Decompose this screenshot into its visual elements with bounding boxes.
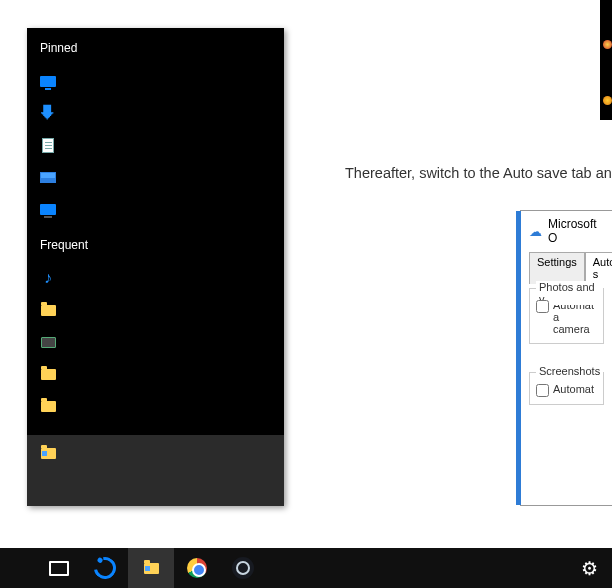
file-explorer-icon [143, 560, 159, 576]
music-icon: ♪ [40, 270, 56, 286]
download-arrow-icon: 🡇 [40, 105, 56, 121]
dialog-tabs: Settings Auto s [521, 251, 612, 283]
chrome-icon [187, 558, 207, 578]
checkbox-auto-screenshots-input[interactable] [536, 384, 549, 397]
task-view-icon [49, 561, 69, 576]
folder-icon [40, 302, 56, 318]
tray-icon[interactable] [603, 96, 612, 105]
jumplist-body: Pinned 🡇 Frequent ♪ [27, 28, 284, 435]
folder-icon [40, 366, 56, 382]
taskbar-right: ⚙ [566, 548, 612, 588]
settings-button[interactable]: ⚙ [566, 548, 612, 588]
task-view-button[interactable] [36, 548, 82, 588]
jumplist-section-pinned: Pinned [27, 28, 284, 65]
file-explorer-button[interactable] [128, 548, 174, 588]
edge-button[interactable] [82, 548, 128, 588]
jumplist-item[interactable] [27, 390, 284, 422]
edge-icon [90, 553, 121, 584]
onedrive-dialog: ☁ Microsoft O Settings Auto s Photos and… [520, 210, 612, 506]
tab-settings[interactable]: Settings [529, 252, 585, 284]
group-photos: Photos and v Automat a camera [529, 288, 604, 344]
group-screenshots-title: Screenshots [536, 365, 603, 377]
group-screenshots: Screenshots Automat [529, 372, 604, 405]
tab-auto-save[interactable]: Auto s [585, 252, 612, 284]
jumplist-section-frequent: Frequent [27, 225, 284, 262]
taskbar: ⚙ [0, 548, 612, 588]
chrome-button[interactable] [174, 548, 220, 588]
dialog-title-bar: ☁ Microsoft O [521, 211, 612, 251]
checkbox-auto-screenshots[interactable]: Automat [536, 383, 597, 396]
dialog-accent [516, 211, 521, 505]
jumplist-item[interactable]: 🡇 [27, 97, 284, 129]
viewport: Thereafter, switch to the Auto save tab … [0, 0, 612, 588]
steam-button[interactable] [220, 548, 266, 588]
taskbar-left [36, 548, 266, 588]
jumplist-footer[interactable] [27, 435, 284, 506]
right-edge-panel [600, 0, 612, 120]
article-paragraph: Thereafter, switch to the Auto save tab … [345, 165, 612, 181]
jumplist-item[interactable] [27, 193, 284, 225]
pictures-icon [40, 169, 56, 185]
this-pc-icon [40, 201, 56, 217]
file-explorer-icon [40, 445, 56, 461]
checkbox-auto-screenshots-label: Automat [553, 383, 594, 395]
jumplist-item[interactable] [27, 326, 284, 358]
folder-icon [40, 398, 56, 414]
dialog-title: Microsoft O [548, 217, 604, 245]
jumplist-item[interactable] [27, 129, 284, 161]
checkbox-auto-photos-input[interactable] [536, 300, 549, 313]
file-explorer-jumplist: Pinned 🡇 Frequent ♪ [27, 28, 284, 506]
desktop-icon [40, 73, 56, 89]
jumplist-item[interactable] [27, 161, 284, 193]
onedrive-cloud-icon: ☁ [529, 224, 542, 239]
gear-icon: ⚙ [581, 557, 598, 580]
jumplist-item[interactable] [27, 358, 284, 390]
jumplist-item[interactable]: ♪ [27, 262, 284, 294]
tab-body: Photos and v Automat a camera Screenshot… [529, 283, 604, 405]
tray-icon[interactable] [603, 40, 612, 49]
jumplist-item[interactable] [27, 65, 284, 97]
jumplist-item[interactable] [27, 294, 284, 326]
steam-icon [232, 557, 254, 579]
dark-folder-icon [40, 334, 56, 350]
document-icon [40, 137, 56, 153]
